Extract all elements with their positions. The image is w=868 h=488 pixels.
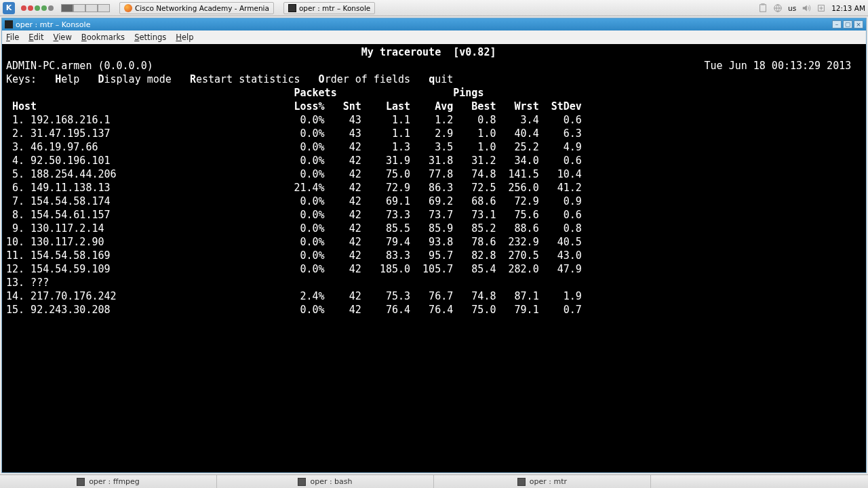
desktop-icon[interactable] xyxy=(73,4,85,12)
pager-dot-icon xyxy=(35,5,40,11)
pager-dots[interactable] xyxy=(20,5,54,11)
menu-view[interactable]: View xyxy=(54,33,72,42)
konsole-window: oper : mtr – Konsole – ▢ × File Edit Vie… xyxy=(1,18,867,473)
menu-bookmarks[interactable]: Bookmarks xyxy=(81,33,125,42)
konsole-tab-label: oper : mtr xyxy=(530,477,567,486)
maximize-button[interactable]: ▢ xyxy=(843,20,852,28)
pager-dot-icon xyxy=(21,5,26,11)
konsole-tab-label: oper : ffmpeg xyxy=(89,477,140,486)
konsole-tab[interactable]: oper : ffmpeg xyxy=(0,475,217,488)
window-controls: – ▢ × xyxy=(832,20,863,28)
menubar: File Edit View Bookmarks Settings Help xyxy=(2,30,866,44)
updates-icon[interactable] xyxy=(816,3,826,13)
taskbar-entry-label: oper : mtr – Konsole xyxy=(299,4,370,12)
panel-left: K Cisco Networking Academy - Armenia ope… xyxy=(3,2,375,14)
desktop-icon[interactable] xyxy=(61,4,73,12)
volume-icon[interactable] xyxy=(802,3,811,13)
taskbar-entry-firefox[interactable]: Cisco Networking Academy - Armenia xyxy=(119,2,274,14)
konsole-tab[interactable]: oper : mtr xyxy=(434,475,651,488)
firefox-icon xyxy=(124,4,132,12)
pager-dot-icon xyxy=(41,5,47,11)
svg-rect-1 xyxy=(761,3,764,5)
terminal-output[interactable]: My traceroute [v0.82]ADMIN-PC.armen (0.0… xyxy=(2,44,866,472)
panel-right: us 12:13 AM xyxy=(758,3,865,13)
menu-help[interactable]: Help xyxy=(176,33,193,42)
konsole-icon xyxy=(517,478,526,486)
pager-dot-icon xyxy=(28,5,33,11)
konsole-icon xyxy=(77,478,85,486)
menu-settings[interactable]: Settings xyxy=(134,33,166,42)
kde-launcher-icon[interactable]: K xyxy=(3,2,15,14)
taskbar-entry-label: Cisco Networking Academy - Armenia xyxy=(135,4,269,12)
network-icon[interactable] xyxy=(773,3,783,13)
desktop-icon[interactable] xyxy=(98,4,110,12)
svg-rect-0 xyxy=(760,4,766,12)
menu-file[interactable]: File xyxy=(6,33,19,42)
minimize-button[interactable]: – xyxy=(832,20,842,28)
konsole-tab[interactable]: oper : bash xyxy=(217,475,434,488)
konsole-icon xyxy=(298,478,306,486)
keyboard-layout[interactable]: us xyxy=(788,4,796,12)
desktop-top-panel: K Cisco Networking Academy - Armenia ope… xyxy=(0,0,868,16)
pager-desktops[interactable] xyxy=(61,4,110,12)
taskbar-entry-konsole[interactable]: oper : mtr – Konsole xyxy=(283,2,375,14)
window-title: oper : mtr – Konsole xyxy=(16,20,90,29)
menu-edit[interactable]: Edit xyxy=(28,33,43,42)
konsole-icon xyxy=(5,20,13,28)
close-button[interactable]: × xyxy=(854,20,863,28)
konsole-tabbar: oper : ffmpeg oper : bash oper : mtr xyxy=(0,474,868,488)
window-titlebar[interactable]: oper : mtr – Konsole – ▢ × xyxy=(2,18,866,30)
panel-clock[interactable]: 12:13 AM xyxy=(831,4,865,12)
konsole-tab-label: oper : bash xyxy=(310,477,352,486)
konsole-icon xyxy=(288,4,296,12)
pager-dot-icon xyxy=(48,5,54,11)
klipper-icon[interactable] xyxy=(758,3,768,13)
desktop-icon[interactable] xyxy=(85,4,98,12)
